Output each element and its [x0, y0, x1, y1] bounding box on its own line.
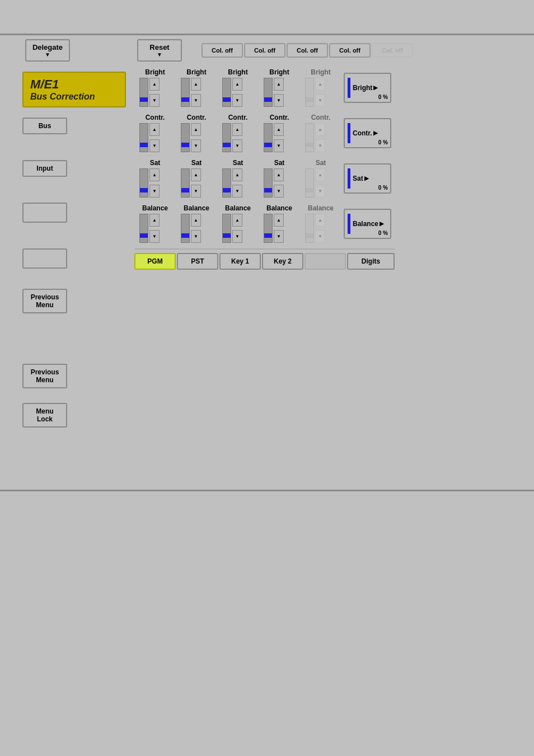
contr-col5-up[interactable]: ▲ — [315, 123, 325, 136]
bright-right-button[interactable]: Bright ▶ 0 % — [344, 73, 391, 103]
sidebar-blank-1[interactable] — [22, 203, 67, 223]
bright-section: Bright ▲ ▼ Bright — [134, 66, 395, 109]
bright-col1-down[interactable]: ▼ — [149, 94, 160, 107]
contr-right-arrow: ▶ — [373, 130, 378, 136]
contr-col5-down[interactable]: ▼ — [315, 139, 325, 152]
bright-col5-up[interactable]: ▲ — [315, 78, 325, 91]
input-button[interactable]: Input — [22, 160, 67, 177]
bright-col-2: Bright ▲ ▼ — [176, 66, 217, 109]
bright-col-1: Bright ▲ ▼ — [134, 66, 176, 109]
balance-col-3: Balance ▲ ▼ — [217, 202, 259, 245]
bottom-divider — [0, 490, 534, 491]
contr-col3-down[interactable]: ▼ — [232, 139, 242, 152]
sat-col1-up[interactable]: ▲ — [149, 168, 160, 181]
sat-col3-up[interactable]: ▲ — [232, 168, 242, 181]
col-off-button-1[interactable]: Col. off — [202, 43, 243, 58]
col-off-button-3[interactable]: Col. off — [287, 43, 328, 58]
contr-col1-up[interactable]: ▲ — [149, 123, 160, 136]
bright-col-5: Bright ▲ ▼ — [300, 66, 341, 109]
digits-button[interactable]: Digits — [347, 253, 395, 270]
delegate-label: Delegate — [32, 43, 63, 51]
balance-right-pct: 0 % — [378, 230, 388, 236]
sat-col2-up[interactable]: ▲ — [191, 168, 201, 181]
previous-menu-button-2[interactable]: Previous Menu — [22, 364, 67, 388]
bottom-buttons-row: PGM PST Key 1 Key 2 Digits — [134, 253, 395, 270]
sat-col-4: Sat ▲ ▼ — [259, 157, 300, 200]
col-off-button-4[interactable]: Col. off — [329, 43, 371, 58]
balance-col3-up[interactable]: ▲ — [232, 214, 242, 227]
sidebar-blank-2[interactable] — [22, 248, 67, 269]
contr-col-4: Contr. ▲ ▼ — [259, 111, 300, 154]
balance-col5-up[interactable]: ▲ — [315, 214, 325, 227]
sat-col-1: Sat ▲ ▼ — [134, 157, 176, 200]
bright-col2-up[interactable]: ▲ — [191, 78, 201, 91]
col-off-button-5[interactable]: Col. off — [372, 43, 413, 58]
bright-right-label: Bright — [353, 84, 372, 92]
reset-arrow: ▼ — [157, 51, 162, 58]
bright-col4-down[interactable]: ▼ — [274, 94, 284, 107]
contr-col1-down[interactable]: ▼ — [149, 139, 160, 152]
bright-col-4: Bright ▲ ▼ — [259, 66, 300, 109]
reset-button[interactable]: Reset ▼ — [137, 39, 182, 62]
menu-lock-button[interactable]: Menu Lock — [22, 403, 67, 428]
key1-button[interactable]: Key 1 — [219, 253, 261, 270]
title-me: M/E1 — [30, 77, 118, 92]
balance-section: Balance ▲ ▼ Balance — [134, 202, 395, 245]
delegate-arrow: ▼ — [45, 51, 50, 58]
sat-col-5: Sat ▲ ▼ — [300, 157, 341, 200]
title-area: M/E1 Bus Correction — [22, 72, 126, 107]
bright-col2-down[interactable]: ▼ — [191, 94, 201, 107]
contr-col4-down[interactable]: ▼ — [274, 139, 284, 152]
bright-col-3: Bright ▲ ▼ — [217, 66, 259, 109]
bright-right-pct: 0 % — [378, 94, 388, 100]
bright-col3-up[interactable]: ▲ — [232, 78, 242, 91]
sat-right-button[interactable]: Sat ▶ 0 % — [344, 163, 391, 194]
balance-col5-down[interactable]: ▼ — [315, 230, 325, 243]
balance-col-4: Balance ▲ ▼ — [259, 202, 300, 245]
contr-right-label: Contr. — [353, 129, 372, 137]
previous-menu-button[interactable]: Previous Menu — [22, 289, 67, 313]
contr-col2-down[interactable]: ▼ — [191, 139, 201, 152]
balance-col2-down[interactable]: ▼ — [191, 230, 201, 243]
balance-col1-up[interactable]: ▲ — [149, 214, 160, 227]
sat-col4-up[interactable]: ▲ — [274, 168, 284, 181]
balance-right-label: Balance — [353, 220, 378, 228]
bus-button[interactable]: Bus — [22, 118, 67, 134]
contr-col-1: Contr. ▲ ▼ — [134, 111, 176, 154]
balance-col3-down[interactable]: ▼ — [232, 230, 242, 243]
contr-col-2: Contr. ▲ ▼ — [176, 111, 217, 154]
bright-col1-up[interactable]: ▲ — [149, 78, 160, 91]
balance-col2-up[interactable]: ▲ — [191, 214, 201, 227]
reset-label: Reset — [149, 43, 169, 51]
key2-button[interactable]: Key 2 — [262, 253, 303, 270]
bright-col4-up[interactable]: ▲ — [274, 78, 284, 91]
bright-col3-down[interactable]: ▼ — [232, 94, 242, 107]
sat-col3-down[interactable]: ▼ — [232, 185, 242, 198]
delegate-button[interactable]: Delegate ▼ — [25, 39, 70, 62]
balance-col-2: Balance ▲ ▼ — [176, 202, 217, 245]
empty-button[interactable] — [305, 253, 346, 270]
contr-col-5: Contr. ▲ ▼ — [300, 111, 341, 154]
col-off-button-2[interactable]: Col. off — [244, 43, 285, 58]
contr-col2-up[interactable]: ▲ — [191, 123, 201, 136]
sat-col-2: Sat ▲ ▼ — [176, 157, 217, 200]
sat-col2-down[interactable]: ▼ — [191, 185, 201, 198]
balance-right-arrow: ▶ — [380, 220, 384, 227]
contr-col4-up[interactable]: ▲ — [274, 123, 284, 136]
contr-col3-up[interactable]: ▲ — [232, 123, 242, 136]
balance-col4-up[interactable]: ▲ — [274, 214, 284, 227]
contr-right-button[interactable]: Contr. ▶ 0 % — [344, 118, 391, 148]
bright-col5-down[interactable]: ▼ — [315, 94, 325, 107]
balance-col-5: Balance ▲ ▼ — [300, 202, 341, 245]
sat-col1-down[interactable]: ▼ — [149, 185, 160, 198]
balance-right-button[interactable]: Balance ▶ 0 % — [344, 209, 391, 239]
pgm-button[interactable]: PGM — [134, 253, 176, 270]
pst-button[interactable]: PST — [177, 253, 218, 270]
sat-col5-down[interactable]: ▼ — [315, 185, 325, 198]
sat-col-3: Sat ▲ ▼ — [217, 157, 259, 200]
sat-col4-down[interactable]: ▼ — [274, 185, 284, 198]
balance-col1-down[interactable]: ▼ — [149, 230, 160, 243]
top-divider — [0, 34, 534, 35]
balance-col4-down[interactable]: ▼ — [274, 230, 284, 243]
sat-col5-up[interactable]: ▲ — [315, 168, 325, 181]
